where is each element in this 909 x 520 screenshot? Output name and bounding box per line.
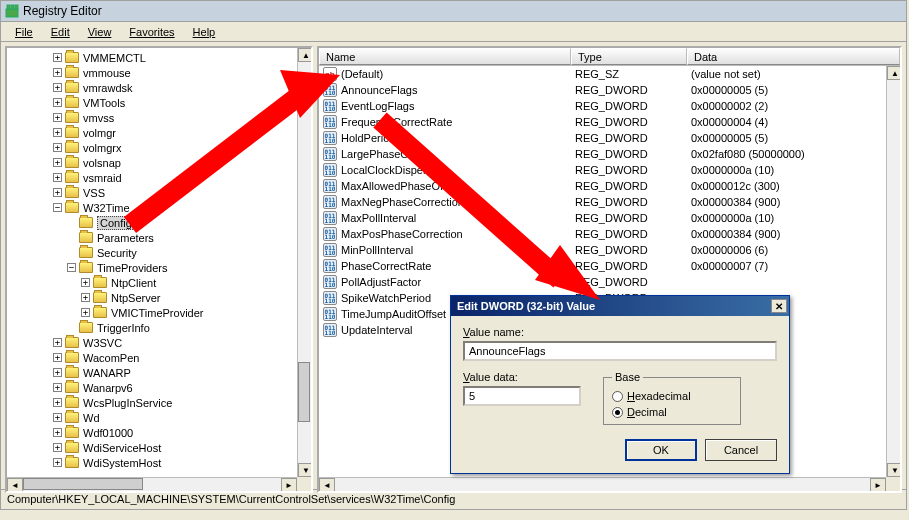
tree-item[interactable]: +WcsPlugInService [7, 395, 311, 410]
hscroll-left[interactable]: ◄ [7, 478, 23, 492]
tree-item[interactable]: +WdiServiceHost [7, 440, 311, 455]
tree-item[interactable]: +volmgr [7, 125, 311, 140]
expand-icon[interactable]: + [53, 98, 62, 107]
tree-item[interactable]: Config [7, 215, 311, 230]
hscroll-right[interactable]: ► [281, 478, 297, 492]
value-row[interactable]: 011110EventLogFlagsREG_DWORD0x00000002 (… [319, 98, 886, 114]
column-type[interactable]: Type [571, 48, 687, 65]
dialog-title-bar[interactable]: Edit DWORD (32-bit) Value ✕ [451, 296, 789, 316]
tree-item[interactable]: +WacomPen [7, 350, 311, 365]
tree-item[interactable]: −W32Time [7, 200, 311, 215]
hscroll-thumb[interactable] [23, 478, 143, 490]
expand-icon[interactable]: + [53, 413, 62, 422]
expand-icon[interactable]: + [53, 458, 62, 467]
expand-icon[interactable]: + [53, 83, 62, 92]
expand-icon[interactable]: + [53, 128, 62, 137]
value-row[interactable]: 011110FrequencyCorrectRateREG_DWORD0x000… [319, 114, 886, 130]
tree-item[interactable]: +W3SVC [7, 335, 311, 350]
menu-favorites[interactable]: Favorites [121, 24, 182, 40]
expand-icon[interactable]: + [53, 188, 62, 197]
radio-dec-row[interactable]: Decimal [612, 406, 732, 418]
expand-icon[interactable]: + [81, 293, 90, 302]
tree-item[interactable]: +Wd [7, 410, 311, 425]
vscroll-down[interactable]: ▼ [298, 463, 313, 477]
column-name[interactable]: Name [319, 48, 571, 65]
tree-item[interactable]: +WANARP [7, 365, 311, 380]
value-row[interactable]: 011110MaxAllowedPhaseOffsetREG_DWORD0x00… [319, 178, 886, 194]
list-vscroll-down[interactable]: ▼ [887, 463, 902, 477]
list-hscroll[interactable]: ◄ ► [319, 477, 886, 491]
column-data[interactable]: Data [687, 48, 900, 65]
tree-item[interactable]: +VMMEMCTL [7, 50, 311, 65]
tree-item[interactable]: +volmgrx [7, 140, 311, 155]
radio-hex[interactable] [612, 391, 623, 402]
vscroll-thumb[interactable] [298, 362, 310, 422]
tree-item[interactable]: +NtpClient [7, 275, 311, 290]
list-hscroll-left[interactable]: ◄ [319, 478, 335, 492]
tree-item[interactable]: +WdiSystemHost [7, 455, 311, 470]
value-row[interactable]: 011110MaxPollIntervalREG_DWORD0x0000000a… [319, 210, 886, 226]
value-row[interactable]: 011110HoldPeriodREG_DWORD0x00000005 (5) [319, 130, 886, 146]
list-vscroll-up[interactable]: ▲ [887, 66, 902, 80]
expand-icon[interactable]: + [53, 143, 62, 152]
tree-item[interactable]: +NtpServer [7, 290, 311, 305]
tree-item[interactable]: +vmmouse [7, 65, 311, 80]
collapse-icon[interactable]: − [67, 263, 76, 272]
menu-file[interactable]: File [7, 24, 41, 40]
vscroll-track[interactable] [298, 62, 311, 463]
close-icon[interactable]: ✕ [771, 299, 787, 313]
tree-item[interactable]: +Wdf01000 [7, 425, 311, 440]
expand-icon[interactable]: + [53, 443, 62, 452]
menu-help[interactable]: Help [185, 24, 224, 40]
tree-item[interactable]: +VMTools [7, 95, 311, 110]
value-row[interactable]: 011110MaxNegPhaseCorrectionREG_DWORD0x00… [319, 194, 886, 210]
expand-icon[interactable]: + [53, 383, 62, 392]
menu-edit[interactable]: Edit [43, 24, 78, 40]
value-row[interactable]: 011110PhaseCorrectRateREG_DWORD0x0000000… [319, 258, 886, 274]
tree-item[interactable]: +vmvss [7, 110, 311, 125]
list-vscroll-track[interactable] [887, 80, 900, 463]
tree-item[interactable]: +volsnap [7, 155, 311, 170]
expand-icon[interactable]: + [53, 158, 62, 167]
tree-item[interactable]: Parameters [7, 230, 311, 245]
value-row[interactable]: 011110PollAdjustFactorREG_DWORD [319, 274, 886, 290]
value-row[interactable]: 011110MaxPosPhaseCorrectionREG_DWORD0x00… [319, 226, 886, 242]
tree-item[interactable]: Security [7, 245, 311, 260]
tree-item[interactable]: TriggerInfo [7, 320, 311, 335]
expand-icon[interactable]: + [81, 278, 90, 287]
expand-icon[interactable]: + [81, 308, 90, 317]
expand-icon[interactable]: + [53, 53, 62, 62]
expand-icon[interactable]: + [53, 353, 62, 362]
tree-vscroll[interactable]: ▲ ▼ [297, 48, 311, 477]
cancel-button[interactable]: Cancel [705, 439, 777, 461]
tree-item[interactable]: +vmrawdsk [7, 80, 311, 95]
expand-icon[interactable]: + [53, 338, 62, 347]
vscroll-up[interactable]: ▲ [298, 48, 313, 62]
expand-icon[interactable]: + [53, 368, 62, 377]
value-row[interactable]: 011110MinPollIntervalREG_DWORD0x00000006… [319, 242, 886, 258]
hscroll-track[interactable] [23, 478, 281, 491]
list-hscroll-track[interactable] [335, 478, 870, 491]
value-row[interactable]: 011110LargePhaseOffsetREG_DWORD0x02faf08… [319, 146, 886, 162]
tree-item[interactable]: +Wanarpv6 [7, 380, 311, 395]
expand-icon[interactable]: + [53, 428, 62, 437]
value-name-input[interactable] [463, 341, 777, 361]
list-hscroll-right[interactable]: ► [870, 478, 886, 492]
radio-decimal[interactable] [612, 407, 623, 418]
expand-icon[interactable]: + [53, 113, 62, 122]
tree-item[interactable]: +VMICTimeProvider [7, 305, 311, 320]
list-vscroll[interactable]: ▲ ▼ [886, 66, 900, 477]
tree-item[interactable]: +VSS [7, 185, 311, 200]
value-row[interactable]: 011110AnnounceFlagsREG_DWORD0x00000005 (… [319, 82, 886, 98]
ok-button[interactable]: OK [625, 439, 697, 461]
value-row[interactable]: ab(Default)REG_SZ(value not set) [319, 66, 886, 82]
menu-view[interactable]: View [80, 24, 120, 40]
collapse-icon[interactable]: − [53, 203, 62, 212]
tree-item[interactable]: −TimeProviders [7, 260, 311, 275]
value-data-input[interactable] [463, 386, 581, 406]
tree-item[interactable]: +vsmraid [7, 170, 311, 185]
title-bar[interactable]: Registry Editor [0, 0, 907, 22]
radio-hex-row[interactable]: Hexadecimal [612, 390, 732, 402]
value-row[interactable]: 011110LocalClockDispersionREG_DWORD0x000… [319, 162, 886, 178]
expand-icon[interactable]: + [53, 398, 62, 407]
